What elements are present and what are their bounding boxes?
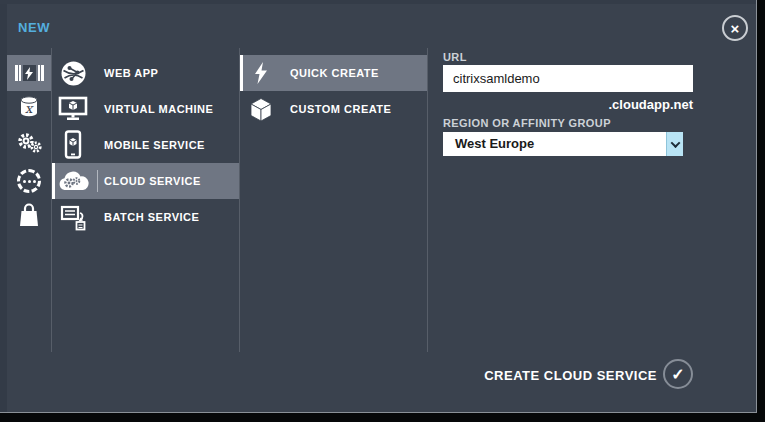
create-cloud-service-label: CREATE CLOUD SERVICE — [484, 368, 657, 383]
sidebar-item-network-services[interactable] — [7, 163, 51, 199]
column-divider — [427, 48, 428, 352]
create-mode-menu: QUICK CREATE CUSTOM CREATE — [240, 55, 427, 127]
sidebar-item-marketplace[interactable] — [7, 199, 51, 235]
sidebar-item-app-services[interactable] — [7, 127, 51, 163]
service-menu: WEB APP VIRTUAL MACHINE — [52, 55, 239, 235]
menu-item-cloud-service[interactable]: CLOUD SERVICE — [52, 163, 239, 199]
page-title: NEW — [18, 20, 50, 35]
chevron-down-icon — [670, 138, 680, 148]
menu-item-web-app[interactable]: WEB APP — [52, 55, 239, 91]
menu-item-label: WEB APP — [104, 67, 158, 79]
data-services-icon: x — [18, 95, 40, 123]
left-edge-strip — [0, 0, 7, 412]
category-sidebar: x — [7, 55, 51, 235]
compute-icon — [15, 65, 44, 81]
new-service-dialog: NEW × x — [0, 0, 757, 413]
menu-item-label: VIRTUAL MACHINE — [104, 103, 213, 115]
menu-item-label: BATCH SERVICE — [104, 211, 199, 223]
dropdown-arrow-button[interactable] — [666, 132, 683, 156]
menu-item-label: CUSTOM CREATE — [290, 103, 391, 115]
menu-item-batch-service[interactable]: BATCH SERVICE — [52, 199, 239, 235]
selected-item-divider — [97, 170, 98, 192]
top-edge-strip — [0, 0, 756, 4]
web-app-globe-icon — [52, 60, 94, 87]
virtual-machine-icon — [52, 96, 94, 122]
network-services-icon — [17, 169, 41, 193]
menu-item-custom-create[interactable]: CUSTOM CREATE — [240, 91, 427, 127]
close-icon[interactable]: × — [722, 15, 748, 41]
region-selected-value: West Europe — [455, 136, 534, 151]
menu-item-label: CLOUD SERVICE — [104, 175, 201, 187]
menu-item-virtual-machine[interactable]: VIRTUAL MACHINE — [52, 91, 239, 127]
sidebar-item-compute[interactable] — [7, 55, 51, 91]
region-label: REGION OR AFFINITY GROUP — [443, 117, 611, 129]
lightning-icon — [240, 62, 282, 84]
url-label: URL — [443, 51, 467, 63]
menu-item-label: QUICK CREATE — [290, 67, 379, 79]
cube-icon — [240, 97, 282, 122]
marketplace-icon — [18, 202, 40, 232]
create-confirm-button[interactable]: ✓ — [663, 359, 693, 389]
batch-service-icon — [52, 204, 94, 231]
url-input[interactable] — [443, 65, 693, 92]
cloud-service-icon — [52, 170, 94, 192]
region-select[interactable]: West Europe — [443, 132, 683, 156]
url-suffix: .cloudapp.net — [443, 97, 693, 112]
menu-item-quick-create[interactable]: QUICK CREATE — [240, 55, 427, 91]
checkmark-icon: ✓ — [671, 365, 684, 384]
menu-item-label: MOBILE SERVICE — [104, 139, 205, 151]
mobile-service-icon — [52, 130, 94, 160]
sidebar-item-data-services[interactable]: x — [7, 91, 51, 127]
menu-item-mobile-service[interactable]: MOBILE SERVICE — [52, 127, 239, 163]
app-services-icon — [16, 132, 43, 158]
